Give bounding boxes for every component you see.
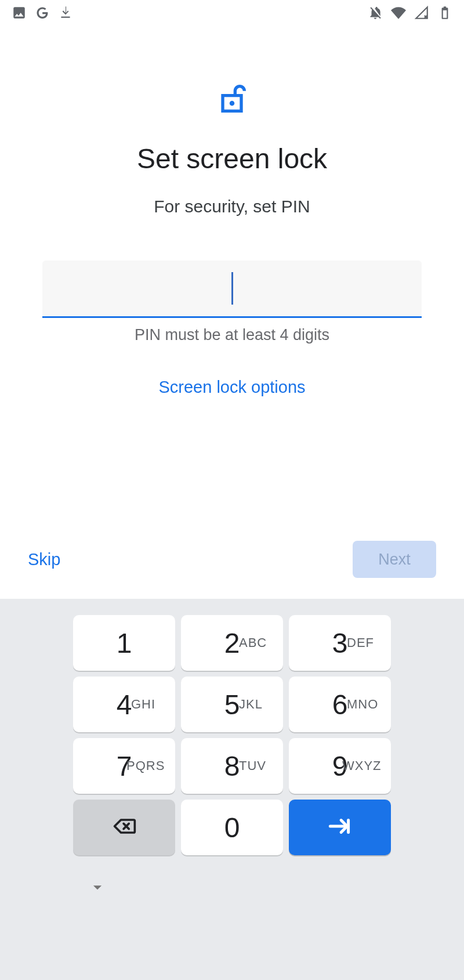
wifi-icon (391, 5, 406, 23)
skip-button[interactable]: Skip (28, 550, 60, 569)
dnd-off-icon (368, 5, 383, 23)
photos-icon (12, 5, 27, 23)
keyboard-collapse-row (59, 877, 405, 899)
next-button[interactable]: Next (353, 541, 436, 578)
key-letters: TUV (239, 758, 266, 773)
key-letters: PQRS (126, 758, 165, 773)
backspace-icon (111, 813, 137, 841)
key-letters: GHI (131, 697, 155, 712)
key-3[interactable]: 3 DEF (289, 615, 391, 671)
page-subtitle: For security, set PIN (154, 197, 310, 216)
key-5[interactable]: 5 JKL (181, 677, 283, 732)
svg-point-0 (230, 101, 235, 106)
screen-lock-options-link[interactable]: Screen lock options (158, 378, 305, 397)
google-icon (35, 5, 50, 23)
key-backspace[interactable] (73, 800, 175, 855)
status-left (12, 5, 73, 23)
key-digit: 6 (332, 689, 348, 721)
key-letters: JKL (239, 697, 263, 712)
collapse-keyboard-icon[interactable] (88, 877, 107, 899)
key-enter[interactable] (289, 800, 391, 855)
signal-no-data-icon (414, 5, 429, 23)
key-digit: 1 (117, 627, 132, 659)
key-digit: 0 (224, 812, 240, 844)
key-9[interactable]: 9 WXYZ (289, 738, 391, 794)
status-right (368, 5, 452, 23)
main-content: Set screen lock For security, set PIN PI… (0, 28, 464, 397)
key-digit: 3 (332, 627, 348, 659)
enter-icon (325, 812, 354, 843)
key-digit: 2 (224, 627, 240, 659)
battery-icon (437, 5, 452, 23)
key-digit: 4 (117, 689, 132, 721)
key-0[interactable]: 0 (181, 800, 283, 855)
unlock-icon (213, 80, 251, 120)
key-digit: 5 (224, 689, 240, 721)
key-1[interactable]: 1 (73, 615, 175, 671)
pin-hint: PIN must be at least 4 digits (135, 326, 329, 344)
key-letters: WXYZ (342, 758, 382, 773)
key-letters: MNO (347, 697, 378, 712)
key-4[interactable]: 4 GHI (73, 677, 175, 732)
text-caret (231, 272, 233, 305)
key-8[interactable]: 8 TUV (181, 738, 283, 794)
key-letters: DEF (347, 635, 374, 650)
pin-input[interactable] (42, 261, 422, 318)
download-icon (58, 5, 73, 23)
keypad-grid: 1 2 ABC 3 DEF 4 GHI 5 JKL 6 MNO 7 PQRS 8… (73, 615, 391, 855)
key-7[interactable]: 7 PQRS (73, 738, 175, 794)
key-digit: 8 (224, 750, 240, 782)
key-letters: ABC (239, 635, 267, 650)
status-bar (0, 0, 464, 28)
numeric-keypad: 1 2 ABC 3 DEF 4 GHI 5 JKL 6 MNO 7 PQRS 8… (0, 599, 464, 980)
key-2[interactable]: 2 ABC (181, 615, 283, 671)
page-title: Set screen lock (137, 143, 327, 175)
action-row: Skip Next (0, 536, 464, 583)
key-6[interactable]: 6 MNO (289, 677, 391, 732)
